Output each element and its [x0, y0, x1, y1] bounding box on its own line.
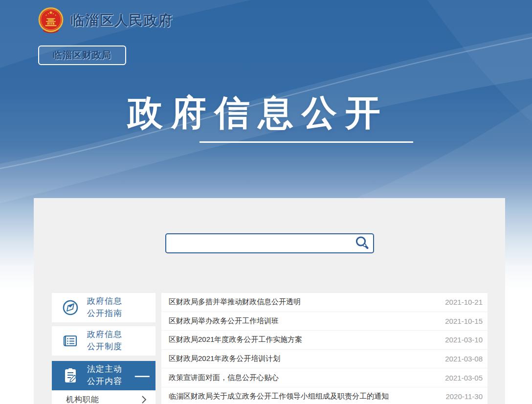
- article-title[interactable]: 区财政局多措并举推动财政信息公开透明: [169, 297, 435, 307]
- article-list: 区财政局多措并举推动财政信息公开透明 2021-10-21 区财政局举办政务公开…: [161, 293, 488, 404]
- sidebar-nav: 政府信息 公开指南: [52, 293, 155, 404]
- title-underline: [200, 141, 413, 143]
- page-title: 政府信息公开: [0, 90, 524, 136]
- sidebar-item-statutory-disclosure[interactable]: 法定主动 公开内容 —: [52, 361, 155, 390]
- book-icon: [61, 331, 80, 351]
- article-date: 2021-03-10: [445, 336, 483, 344]
- article-row[interactable]: 区财政局2021年度政务公开工作实施方案 2021-03-10: [161, 331, 488, 350]
- sidebar-item-label: 法定主动 公开内容: [87, 363, 122, 387]
- article-row[interactable]: 区财政局多措并举推动财政信息公开透明 2021-10-21: [161, 293, 488, 312]
- article-title[interactable]: 区财政局2021年政务公开培训计划: [169, 354, 435, 363]
- sidebar-item-gov-info-guide[interactable]: 政府信息 公开指南: [52, 293, 155, 322]
- sidebar-item-gov-info-system[interactable]: 政府信息 公开制度: [52, 326, 155, 356]
- subitem-label: 机构职能: [66, 395, 99, 404]
- article-date: 2021-10-21: [445, 298, 483, 306]
- sidebar-item-label: 政府信息 公开指南: [87, 295, 122, 319]
- magnifier-icon: [354, 235, 370, 250]
- sidebar-item-label: 政府信息 公开制度: [87, 329, 122, 353]
- department-button[interactable]: 临淄区财政局: [38, 45, 126, 65]
- article-row[interactable]: 临淄区财政局关于成立政务公开工作领导小组组成及职责分工的通知 2020-11-3…: [161, 387, 488, 404]
- content-panel: 政府信息 公开指南: [34, 198, 505, 404]
- search-input[interactable]: [165, 233, 374, 253]
- article-date: 2020-11-30: [445, 392, 483, 401]
- article-date: 2021-10-15: [445, 317, 483, 325]
- page: 临淄区人民政府 临淄区财政局 政府信息公开: [0, 0, 532, 404]
- article-title[interactable]: 区财政局举办政务公开工作培训班: [169, 316, 435, 326]
- article-row[interactable]: 区财政局2021年政务公开培训计划 2021-03-08: [161, 350, 488, 369]
- collapse-minus-icon[interactable]: —: [135, 369, 152, 382]
- content-columns: 政府信息 公开指南: [34, 293, 505, 404]
- article-title[interactable]: 政策宣讲面对面，信息公开心贴心: [169, 373, 435, 382]
- site-name: 临淄区人民政府: [70, 11, 173, 30]
- compass-icon: [61, 298, 80, 317]
- national-emblem-icon: [37, 7, 65, 34]
- clipboard-pen-icon: [61, 366, 80, 385]
- sidebar-subitem-agency-functions[interactable]: 机构职能: [52, 390, 155, 404]
- article-row[interactable]: 政策宣讲面对面，信息公开心贴心 2021-03-05: [161, 368, 488, 387]
- article-title[interactable]: 临淄区财政局关于成立政务公开工作领导小组组成及职责分工的通知: [169, 392, 436, 401]
- chevron-right-icon: [141, 395, 147, 404]
- article-date: 2021-03-05: [445, 374, 483, 382]
- search-button[interactable]: [353, 235, 371, 251]
- search-bar: [165, 233, 374, 253]
- article-date: 2021-03-08: [445, 355, 483, 363]
- site-logo[interactable]: 临淄区人民政府: [37, 7, 173, 34]
- article-row[interactable]: 区财政局举办政务公开工作培训班 2021-10-15: [161, 312, 488, 331]
- article-title[interactable]: 区财政局2021年度政务公开工作实施方案: [169, 335, 435, 344]
